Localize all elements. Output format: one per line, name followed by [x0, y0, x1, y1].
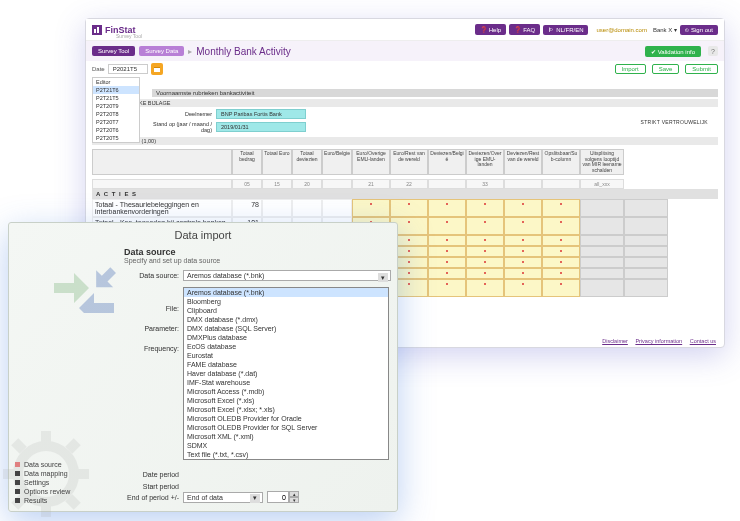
spin-down-icon[interactable]: ▾ [289, 497, 299, 503]
column-header: Opslitsbaar/Sub-column [542, 149, 580, 175]
submit-button[interactable]: Submit [685, 64, 718, 74]
editable-cell[interactable] [466, 235, 504, 246]
editable-cell[interactable] [428, 217, 466, 235]
wizard-step[interactable]: Data source [15, 460, 110, 469]
wizard-step[interactable]: Settings [15, 478, 110, 487]
source-option[interactable]: Microsoft Access (*.mdb) [184, 387, 388, 396]
deelnemer-input[interactable]: BNP Paribas Fortis Bank [216, 109, 306, 119]
editable-cell[interactable] [428, 279, 466, 297]
editable-cell[interactable] [390, 199, 428, 217]
editable-cell[interactable] [504, 268, 542, 279]
source-option[interactable]: EcOS database [184, 342, 388, 351]
source-dropdown[interactable]: Aremos database (*.bnk)BloombergClipboar… [183, 287, 389, 460]
editable-cell[interactable] [542, 235, 580, 246]
editable-cell[interactable] [504, 217, 542, 235]
wizard-step[interactable]: Data mapping [15, 469, 110, 478]
readonly-cell [580, 268, 624, 279]
editable-cell[interactable] [428, 257, 466, 268]
editable-cell[interactable] [504, 235, 542, 246]
editable-cell[interactable] [504, 199, 542, 217]
offset-spinner[interactable]: ▴ ▾ [267, 491, 299, 503]
source-option[interactable]: Bloomberg [184, 297, 388, 306]
editable-cell[interactable] [352, 199, 390, 217]
source-label: Data source: [124, 272, 179, 279]
source-option[interactable]: Eurostat [184, 351, 388, 360]
source-option[interactable]: Clipboard [184, 306, 388, 315]
svg-rect-5 [154, 67, 160, 68]
date-dropdown[interactable]: EditorP2T21T6P2T21T5P2T20T9P2T20T8P2T20T… [92, 77, 140, 143]
calendar-icon[interactable] [151, 63, 163, 75]
freq-label: Frequency: [124, 345, 179, 352]
save-button[interactable]: Save [652, 64, 680, 74]
editable-cell[interactable] [542, 279, 580, 297]
step-dot-icon [15, 489, 20, 494]
help-button[interactable]: ❓ Help [475, 24, 506, 35]
footer-privacy[interactable]: Privacy information [635, 338, 682, 344]
source-option[interactable]: Microsoft Excel (*.xls) [184, 396, 388, 405]
editable-cell[interactable] [504, 246, 542, 257]
validation-button[interactable]: ✔ Validation info [645, 46, 701, 57]
faq-button[interactable]: ❓ FAQ [509, 24, 540, 35]
source-option[interactable]: FAME database [184, 360, 388, 369]
offset-input[interactable] [267, 491, 289, 503]
wizard-step[interactable]: Options review [15, 487, 110, 496]
footer-contact[interactable]: Contact us [690, 338, 716, 344]
source-option[interactable]: DMX database (*.dmx) [184, 315, 388, 324]
tab-survey-data[interactable]: Survey Data [139, 46, 184, 56]
editable-cell[interactable] [542, 246, 580, 257]
editable-cell[interactable] [466, 279, 504, 297]
date-option[interactable]: P2T21T5 [93, 94, 139, 102]
step-dot-icon [15, 498, 20, 503]
source-option[interactable]: Microsoft Excel (*.xlsx; *.xls) [184, 405, 388, 414]
editable-cell[interactable] [428, 246, 466, 257]
stand-input[interactable]: 2019/01/31 [216, 122, 306, 132]
editable-cell[interactable] [428, 235, 466, 246]
source-option[interactable]: Microsoft XML (*.xml) [184, 432, 388, 441]
end-period-select[interactable]: End of data ▾ [183, 492, 263, 503]
source-select[interactable]: Aremos database (*.bnk) ▾ [183, 270, 391, 281]
source-option[interactable]: Microsoft OLEDB Provider for SQL Server [184, 423, 388, 432]
editable-cell[interactable] [542, 257, 580, 268]
source-option[interactable]: Aremos database (*.bnk) [184, 288, 388, 297]
import-button[interactable]: Import [615, 64, 646, 74]
editable-cell[interactable] [428, 268, 466, 279]
editable-cell[interactable] [504, 279, 542, 297]
editable-cell[interactable] [466, 257, 504, 268]
source-option[interactable]: Haver database (*.dat) [184, 369, 388, 378]
footer-disclaimer[interactable]: Disclaimer [602, 338, 628, 344]
chevron-down-icon: ▾ [250, 494, 260, 503]
date-option[interactable]: P2T20T6 [93, 126, 139, 134]
source-option[interactable]: DMXPlus database [184, 333, 388, 342]
editable-cell[interactable] [542, 199, 580, 217]
start-period-label: Start period [124, 483, 179, 490]
help-icon[interactable]: ? [708, 46, 718, 56]
date-option[interactable]: P2T20T7 [93, 118, 139, 126]
bank-selector[interactable]: Bank X ▾ [653, 26, 677, 33]
source-option[interactable]: IMF-Stat warehouse [184, 378, 388, 387]
column-number: 20 [292, 179, 322, 189]
tab-survey-tool[interactable]: Survey Tool [92, 46, 135, 56]
source-option[interactable]: Microsoft OLEDB Provider for Oracle [184, 414, 388, 423]
source-option[interactable]: SDMX [184, 441, 388, 450]
editable-cell[interactable] [542, 268, 580, 279]
editable-cell[interactable] [466, 268, 504, 279]
date-option[interactable]: Editor [93, 78, 139, 86]
lang-button[interactable]: 🏳 NL/FR/EN [543, 25, 588, 35]
readonly-cell [580, 279, 624, 297]
editable-cell[interactable] [466, 246, 504, 257]
date-option[interactable]: P2T20T8 [93, 110, 139, 118]
wizard-step[interactable]: Results [15, 496, 110, 505]
column-number: 21 [352, 179, 390, 189]
editable-cell[interactable] [428, 199, 466, 217]
date-field[interactable]: P2021T5 [108, 64, 148, 74]
editable-cell[interactable] [466, 199, 504, 217]
date-option[interactable]: P2T20T9 [93, 102, 139, 110]
date-option[interactable]: P2T20T5 [93, 134, 139, 142]
editable-cell[interactable] [542, 217, 580, 235]
signout-button[interactable]: ⎋ Sign out [680, 25, 718, 35]
source-option[interactable]: Text file (*.txt, *.csv) [184, 450, 388, 459]
editable-cell[interactable] [504, 257, 542, 268]
date-option[interactable]: P2T21T6 [93, 86, 139, 94]
editable-cell[interactable] [466, 217, 504, 235]
source-option[interactable]: DMX database (SQL Server) [184, 324, 388, 333]
